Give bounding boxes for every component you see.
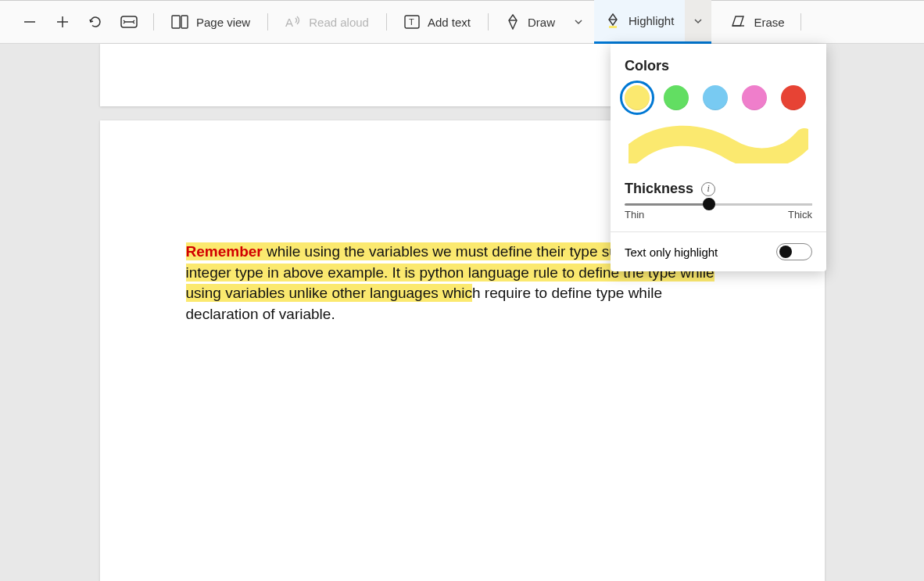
thickness-heading: Thickness [625, 181, 693, 197]
text-only-toggle[interactable] [776, 243, 812, 260]
separator [611, 231, 826, 232]
svg-rect-4 [172, 16, 180, 28]
zoom-out-button[interactable] [16, 9, 44, 34]
pen-icon [506, 14, 520, 30]
toggle-knob [779, 246, 792, 258]
thickness-slider[interactable] [625, 203, 812, 206]
fit-page-button[interactable] [114, 10, 144, 34]
read-aloud-button[interactable]: A Read aloud [278, 10, 377, 34]
chevron-down-icon [693, 16, 703, 26]
highlight-chevron-button[interactable] [685, 0, 711, 44]
highlight-options-popover: Colors Thickness i Thin Thick Text only … [611, 44, 826, 271]
text-only-label: Text only highlight [625, 246, 718, 259]
highlight-button-group: Highlight [594, 0, 711, 44]
divider [386, 13, 387, 30]
highlight-icon [605, 13, 621, 29]
divider [153, 13, 154, 30]
thick-label: Thick [788, 209, 812, 221]
slider-thumb[interactable] [703, 198, 715, 210]
draw-label: Draw [528, 16, 555, 29]
zoom-in-button[interactable] [48, 9, 77, 34]
pdf-toolbar: Page view A Read aloud T Add text Draw H… [0, 0, 924, 44]
color-swatch-yellow[interactable] [625, 85, 650, 110]
svg-rect-11 [609, 26, 617, 28]
erase-icon [730, 15, 746, 29]
add-text-icon: T [404, 15, 420, 29]
page-view-button[interactable]: Page view [163, 10, 258, 34]
highlight-button[interactable]: Highlight [594, 0, 685, 44]
color-swatch-row [625, 85, 812, 110]
svg-text:A: A [285, 16, 293, 29]
page-view-icon [171, 15, 188, 29]
color-swatch-light-blue[interactable] [703, 85, 728, 110]
read-aloud-icon: A [285, 15, 301, 29]
page-view-label: Page view [196, 16, 250, 29]
svg-text:T: T [409, 17, 414, 27]
divider [267, 13, 268, 30]
read-aloud-label: Read aloud [309, 16, 369, 29]
rotate-button[interactable] [81, 9, 109, 34]
color-swatch-green[interactable] [664, 85, 689, 110]
workspace: Remember while using the variables we mu… [0, 44, 924, 581]
color-swatch-pink[interactable] [742, 85, 767, 110]
doc-bold-word: Remember [186, 243, 263, 260]
colors-heading: Colors [625, 58, 812, 74]
color-swatch-red[interactable] [781, 85, 806, 110]
highlight-label: Highlight [629, 14, 674, 27]
add-text-label: Add text [428, 16, 471, 29]
thin-label: Thin [625, 209, 644, 221]
info-icon[interactable]: i [701, 182, 715, 196]
erase-label: Erase [754, 16, 784, 29]
draw-chevron-button[interactable] [568, 13, 589, 31]
stroke-preview [625, 124, 812, 163]
chevron-down-icon [574, 17, 583, 27]
divider [800, 13, 801, 30]
draw-button[interactable]: Draw [498, 9, 563, 34]
divider [488, 13, 489, 30]
add-text-button[interactable]: T Add text [396, 10, 478, 34]
svg-rect-5 [181, 16, 188, 28]
erase-button[interactable]: Erase [722, 10, 792, 34]
